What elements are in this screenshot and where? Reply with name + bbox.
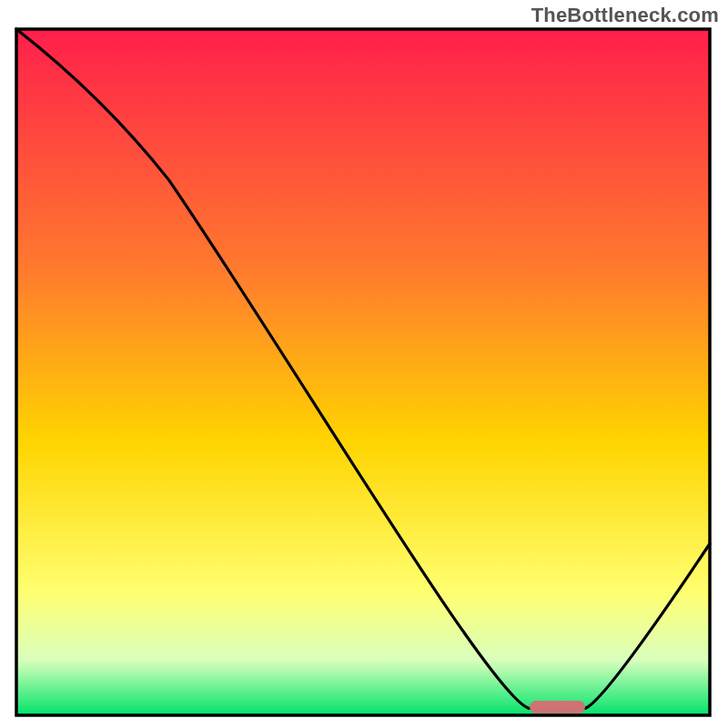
bottleneck-chart [0,0,728,728]
watermark-text: TheBottleneck.com [531,4,719,27]
optimal-marker [530,701,585,713]
plot-background [16,29,710,715]
chart-container: TheBottleneck.com [0,0,728,728]
